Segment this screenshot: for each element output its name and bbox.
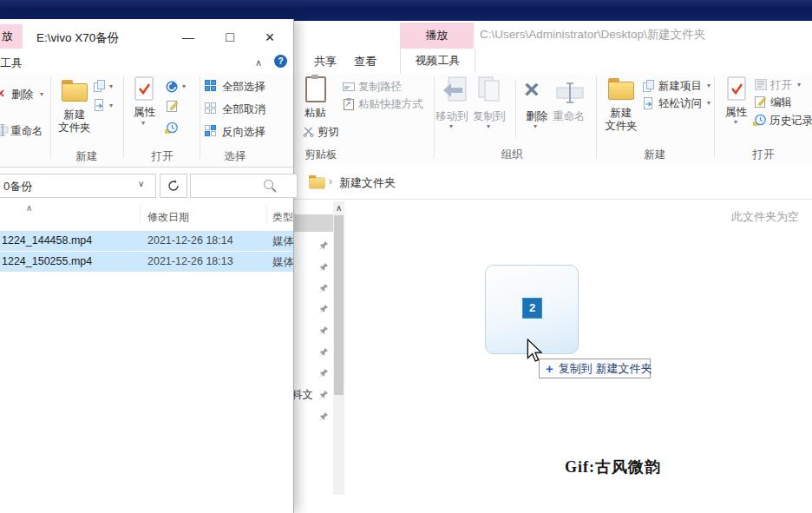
pin-icon[interactable]: [318, 390, 329, 400]
contextual-fragment-glyph: 放: [2, 24, 13, 49]
front-rename-button[interactable]: 重命名: [0, 123, 50, 139]
scrollbar-up-arrow[interactable]: ∧: [336, 204, 342, 213]
edit-compact-button[interactable]: [167, 101, 180, 114]
minimize-button[interactable]: —: [174, 28, 203, 47]
scrollbar-thumb[interactable]: [334, 215, 344, 395]
back-properties-button[interactable]: 属性 ▾: [724, 76, 750, 135]
dropdown-icon: ▾: [707, 82, 710, 89]
easy-access-button[interactable]: 轻松访问 ▾: [643, 96, 714, 110]
sort-ascending-icon: ∧: [26, 203, 32, 213]
nav-item-text-fragment[interactable]: 科文: [291, 388, 318, 403]
history-icon: [753, 114, 766, 127]
column-header-type[interactable]: 类型: [272, 210, 293, 225]
move-to-button[interactable]: 移动到 ▾: [435, 76, 471, 135]
back-delete-button[interactable]: × 删除 ▾: [521, 76, 553, 135]
pin-icon[interactable]: [318, 368, 329, 378]
invert-selection-icon: [205, 125, 217, 137]
pin-icon[interactable]: [318, 411, 329, 422]
group-separator: [714, 76, 715, 158]
screenshot-canvas: 播放 C:\Users\Administrator\Desktop\新建文件夹 …: [0, 0, 812, 513]
refresh-button[interactable]: [160, 174, 187, 198]
maximize-button[interactable]: □: [215, 28, 245, 47]
pin-icon[interactable]: [318, 347, 329, 358]
delete-x-icon: ×: [524, 76, 540, 102]
pin-icon[interactable]: [318, 240, 329, 251]
delete-label: 删除: [11, 88, 33, 102]
empty-folder-message: 此文件夹为空: [731, 209, 812, 225]
back-new-folder-button[interactable]: 新建 文件夹: [600, 76, 642, 139]
contextual-tab-fragment-pink: 放: [0, 24, 23, 49]
help-button[interactable]: ?: [274, 55, 287, 68]
address-bar[interactable]: 0备份 ∨: [0, 174, 156, 198]
copy-path-button[interactable]: 复制路径: [343, 80, 421, 94]
edit-button[interactable]: 编辑: [755, 95, 812, 109]
column-header-name[interactable]: ∧: [0, 203, 139, 226]
copy-path-label: 复制路径: [358, 80, 402, 95]
edit-icon: [167, 101, 179, 112]
new-folder-label-line2: 文件夹: [600, 119, 642, 134]
breadcrumb-folder[interactable]: 新建文件夹: [339, 175, 396, 191]
file-row[interactable]: 1224_144458.mp4 2021-12-26 18:14 媒体: [0, 231, 293, 251]
search-icon: [264, 180, 273, 189]
front-new-folder-button[interactable]: 新建 文件夹: [56, 78, 94, 141]
pin-icon[interactable]: [318, 283, 329, 293]
pin-icon[interactable]: [318, 262, 329, 273]
pin-icon[interactable]: [318, 304, 329, 314]
new-item-button[interactable]: 新建项目 ▾: [643, 79, 714, 93]
invert-selection-label: 反向选择: [222, 125, 265, 140]
paste-shortcut-button[interactable]: 粘贴快捷方式: [343, 97, 438, 111]
group-label-organize: 组织: [486, 148, 538, 162]
invert-selection-button[interactable]: 反向选择: [205, 125, 283, 139]
search-input[interactable]: [193, 176, 265, 195]
copy-to-icon: [477, 76, 505, 104]
select-none-label: 全部取消: [222, 102, 265, 117]
nav-hover-highlight: [293, 214, 333, 232]
history-icon: [165, 122, 178, 135]
history-compact-button[interactable]: [165, 122, 180, 135]
history-label: 历史记录: [769, 114, 812, 128]
history-button[interactable]: 历史记录: [753, 113, 812, 128]
watermark-text: Gif:古风微韵: [565, 457, 661, 477]
copy-to-button[interactable]: 复制到 ▾: [472, 76, 508, 135]
open-button[interactable]: 打开 ▾: [755, 78, 812, 92]
pin-icon[interactable]: [318, 326, 329, 336]
tab-share[interactable]: 共享: [314, 54, 337, 69]
file-name: 1224_144458.mp4: [2, 234, 92, 247]
column-divider[interactable]: [266, 205, 267, 224]
back-address-row[interactable]: › 新建文件夹: [293, 165, 812, 200]
front-properties-button[interactable]: 属性 ▾: [132, 76, 158, 137]
dropdown-icon: ▾: [797, 82, 801, 89]
video-tools-tab-fragment[interactable]: 工具: [0, 56, 28, 71]
dropdown-icon: ▾: [182, 83, 186, 90]
new-item-compact-button[interactable]: ▾: [94, 80, 118, 94]
file-row[interactable]: 1224_150255.mp4 2021-12-26 18:13 媒体: [0, 252, 293, 272]
column-divider[interactable]: [140, 205, 141, 224]
new-item-label: 新建项目: [658, 79, 702, 94]
properties-icon: [727, 76, 746, 101]
tab-video-tools[interactable]: 视频工具: [400, 49, 475, 73]
open-with-swirl-icon: [165, 80, 179, 94]
new-folder-icon: [62, 80, 88, 101]
new-folder-label-line2: 文件夹: [56, 121, 94, 135]
move-to-icon: [438, 76, 468, 106]
close-button[interactable]: ×: [255, 28, 285, 47]
new-item-icon: [94, 80, 106, 92]
column-header-date[interactable]: 修改日期: [147, 210, 189, 225]
select-all-button[interactable]: 全部选择: [205, 80, 283, 94]
contextual-group-label-play: 播放: [400, 23, 474, 49]
search-box[interactable]: [190, 174, 298, 198]
easy-access-compact-button[interactable]: ▾: [94, 99, 118, 113]
address-dropdown-icon[interactable]: ∨: [138, 179, 144, 188]
easy-access-label: 轻松访问: [658, 96, 702, 111]
open-with-button[interactable]: ▾: [165, 80, 191, 94]
select-none-icon: [205, 102, 217, 115]
address-text: 0备份: [3, 179, 32, 194]
cut-button[interactable]: 剪切: [303, 125, 346, 139]
select-none-button[interactable]: 全部取消: [205, 102, 283, 116]
front-delete-button[interactable]: × 删除 ▾: [0, 87, 49, 102]
ribbon-collapse-chevron[interactable]: ∧: [255, 57, 262, 69]
paste-button[interactable]: 粘贴: [302, 76, 330, 120]
tab-view[interactable]: 查看: [354, 54, 377, 69]
back-rename-button[interactable]: 重命名: [553, 80, 596, 128]
small-separator: [515, 80, 516, 137]
